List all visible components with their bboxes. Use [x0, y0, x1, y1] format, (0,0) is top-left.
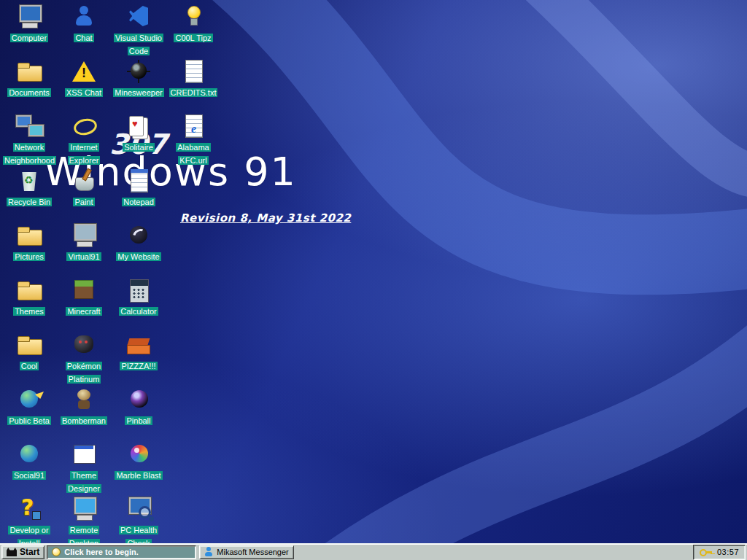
desktop-icon[interactable]: My Website: [112, 223, 165, 262]
mikasoft-cat-icon: [7, 548, 17, 556]
desktop-icon-label: Computer: [10, 34, 48, 42]
desktop-icon[interactable]: Chat: [58, 4, 110, 44]
desktop-icon[interactable]: Notepad: [112, 168, 165, 208]
desktop-icon[interactable]: Pictures: [3, 223, 55, 262]
desktop-icon-label: Marble Blast: [115, 471, 162, 480]
chat-icon: [70, 4, 98, 29]
desktop-icon[interactable]: Calculator: [112, 278, 165, 317]
desktop-icon-label: Virtual91: [66, 252, 101, 261]
folder-documents-icon: [15, 59, 43, 84]
desktop-icon-label: Alabama KFC.url: [176, 143, 210, 165]
desktop-icon[interactable]: Alabama KFC.url: [167, 114, 220, 166]
desktop-icon[interactable]: XSS Chat: [58, 59, 110, 98]
globe-wing-icon: [15, 387, 43, 412]
mine-icon: [125, 59, 152, 84]
desktop-icon-label: Internet Explorer: [68, 143, 101, 165]
desktop-icon-label: Visual Studio Code: [114, 34, 163, 55]
remote-icon: [70, 497, 98, 521]
desktop-icon-label: Calculator: [119, 307, 158, 316]
calculator-icon: [125, 278, 152, 303]
desktop-icon[interactable]: Recycle Bin: [3, 168, 55, 208]
desktop-icon[interactable]: Pokémon Platinum: [58, 332, 110, 385]
notepad-icon: [125, 168, 152, 193]
warning-icon: [70, 59, 98, 84]
question-icon: [15, 497, 43, 521]
desktop-icon-label: Chat: [74, 34, 93, 42]
desktop-icon[interactable]: Theme Designer: [58, 442, 110, 494]
desktop-icon-label: C00L Tipz: [174, 34, 212, 42]
desktop-icon[interactable]: Develop or Install: [3, 497, 55, 543]
desktop-icon[interactable]: Remote Desktop: [58, 497, 110, 543]
desktop-icon[interactable]: Pinball: [112, 387, 165, 427]
pokemon-icon: [70, 332, 98, 357]
desktop-icon-label: Social91: [12, 471, 46, 480]
desktop-icon-label: Remote Desktop: [68, 526, 100, 543]
folder-icon: [15, 278, 43, 303]
desktop-icon[interactable]: PIZZZA!!!: [112, 332, 165, 372]
desktop-icon[interactable]: Bomberman: [58, 387, 110, 427]
desktop-icon[interactable]: CREDITS.txt: [167, 59, 220, 98]
network-icon: [15, 114, 43, 139]
desktop-icon[interactable]: Minesweeper: [112, 59, 165, 98]
website-icon: [125, 223, 152, 248]
desktop-icon[interactable]: Network Neighborhood: [3, 114, 55, 166]
globe-icon: [15, 442, 43, 467]
desktop-icon-label: CREDITS.txt: [169, 88, 218, 97]
tips-icon: [179, 4, 207, 29]
taskbar-clock: 03:57: [717, 548, 739, 556]
desktop-icon[interactable]: Visual Studio Code: [112, 4, 165, 57]
desktop-icon[interactable]: Virtual91: [58, 223, 110, 262]
desktop-icon[interactable]: Paint: [58, 168, 110, 208]
desktop-icon[interactable]: Cool: [3, 332, 55, 372]
taskbar: Start Click here to begin. Mikasoft Mess…: [0, 543, 747, 560]
desktop-icon[interactable]: C00L Tipz: [167, 4, 220, 44]
ie-icon: [70, 114, 98, 139]
desktop-icon-label: Solitaire: [123, 143, 155, 152]
desktop-icon[interactable]: Documents: [3, 59, 55, 98]
system-tray: 03:57: [693, 545, 746, 560]
desktop-icon-label: Develop or Install: [8, 526, 50, 543]
taskbar-button[interactable]: Click here to begin.: [47, 545, 196, 559]
desktop-icon-label: PIZZZA!!!: [120, 362, 157, 370]
desktop-icon-label: Minecraft: [66, 307, 101, 316]
desktop: 307 Windows 91 Revision 8, May 31st 2022…: [0, 0, 747, 543]
pizza-icon: [125, 332, 152, 357]
desktop-icon[interactable]: Social91: [3, 442, 55, 481]
desktop-icon-label: Network Neighborhood: [3, 143, 56, 165]
desktop-icon[interactable]: Internet Explorer: [58, 114, 110, 166]
start-label: Start: [20, 547, 39, 557]
desktop-icon[interactable]: PC Health Check: [112, 497, 165, 543]
taskbar-button-area: Click here to begin. Mikasoft Messenger: [47, 545, 691, 559]
desktop-icon-grid: Computer Chat Visual Studio Code C00L Ti…: [0, 0, 747, 543]
desktop-icon-label: Bomberman: [61, 416, 107, 425]
desktop-icon-label: Theme Designer: [66, 471, 101, 493]
start-button[interactable]: Start: [1, 545, 44, 559]
desktop-icon[interactable]: Themes: [3, 278, 55, 317]
bomberman-icon: [70, 387, 98, 412]
taskbar-button[interactable]: Mikasoft Messenger: [199, 545, 293, 559]
desktop-icon[interactable]: Public Beta: [3, 387, 55, 427]
desktop-icon-label: My Website: [116, 252, 160, 261]
desktop-icon-label: Pictures: [13, 252, 45, 261]
marble-icon: [125, 442, 152, 467]
vscode-icon: [125, 4, 152, 29]
pinball-icon: [125, 387, 152, 412]
desktop-icon-label: PC Health Check: [119, 526, 158, 543]
desktop-icon[interactable]: Computer: [3, 4, 55, 44]
computer-icon: [15, 4, 43, 29]
desktop-icon-label: Recycle Bin: [7, 198, 52, 206]
folder-icon: [15, 332, 43, 357]
tip-icon: [52, 548, 61, 556]
desktop-icon-label: Cool: [20, 362, 39, 370]
desktop-icon-label: Minesweeper: [113, 88, 163, 97]
desktop-icon[interactable]: Marble Blast: [112, 442, 165, 481]
key-icon[interactable]: [700, 549, 713, 556]
desktop-icon-label: Pokémon Platinum: [66, 362, 102, 384]
desktop-icon[interactable]: Solitaire: [112, 114, 165, 153]
desktop-icon-label: Notepad: [122, 198, 155, 206]
desktop-icon-label: Public Beta: [7, 416, 51, 425]
desktop-icon[interactable]: Minecraft: [58, 278, 110, 317]
messenger-icon: [204, 547, 213, 557]
url-file-icon: [179, 114, 207, 139]
computer-gray-icon: [70, 223, 98, 248]
